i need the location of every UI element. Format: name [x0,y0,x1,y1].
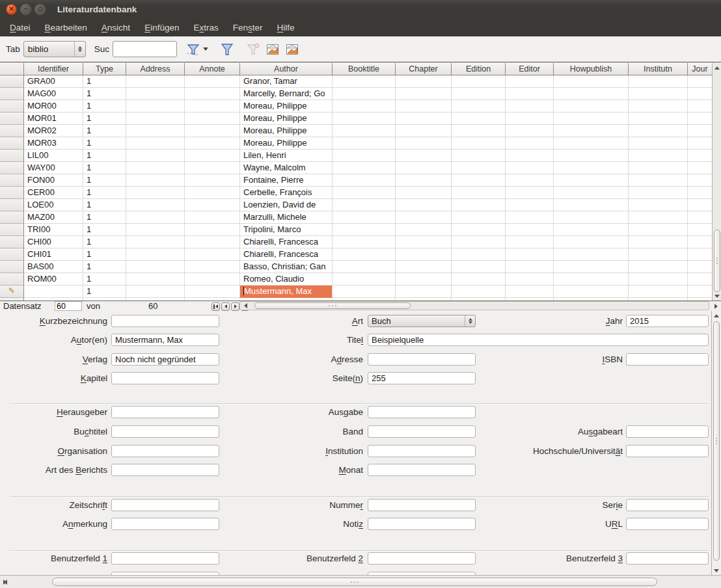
cell-institutn[interactable] [629,174,688,187]
cell-institutn[interactable] [629,137,688,150]
cell-address[interactable] [126,261,185,273]
row-selector[interactable] [0,174,24,187]
cell-institutn[interactable] [629,162,688,174]
cell-howpublish[interactable] [554,100,629,113]
record-number-input[interactable] [55,301,82,311]
field-serie-input[interactable] [626,499,709,511]
cell-identifier[interactable]: MOR01 [24,113,83,125]
cell-author[interactable]: Loenzien, David de [240,199,333,211]
field-jahr-input[interactable] [626,315,709,327]
cell-edition[interactable] [452,174,506,187]
cell-jour[interactable] [688,88,712,100]
cell-jour[interactable] [688,236,712,248]
cell-annote[interactable] [185,236,240,248]
cell-address[interactable] [126,273,185,286]
cell-edition[interactable] [452,286,506,298]
cell-chapter[interactable] [396,162,452,174]
cell-address[interactable] [126,75,185,88]
cell-institutn[interactable] [629,113,688,125]
cell-type[interactable]: 1 [83,248,126,261]
cell-editor[interactable] [506,236,554,248]
column-header-institutn[interactable]: Institutn [629,63,688,75]
close-icon[interactable]: ✕ [6,4,17,15]
cell-identifier[interactable]: MAZ00 [24,211,83,224]
menu-item-datei[interactable]: Datei [3,20,38,35]
cell-howpublish[interactable] [554,162,629,174]
minimize-icon[interactable]: − [20,4,31,15]
cell-identifier[interactable]: MOR03 [24,137,83,150]
cell-author[interactable]: Mustermann, Max [240,286,333,298]
cell-address[interactable] [126,125,185,137]
cell-edition[interactable] [452,248,506,261]
scroll-up-icon[interactable] [713,63,721,72]
maximize-icon[interactable] [34,4,46,15]
cell-identifier[interactable]: LOE00 [24,199,83,211]
cell-booktitle[interactable] [333,199,396,211]
pencil-edit-icon[interactable]: ✎ [0,286,24,298]
grid-vscroll-thumb[interactable] [714,230,720,292]
row-selector[interactable] [0,137,24,150]
cell-author[interactable]: Granor, Tamar [240,75,333,88]
cell-annote[interactable] [185,261,240,273]
cell-author[interactable]: Basso, Christian; Gan [240,261,333,273]
cell-type[interactable]: 1 [83,137,126,150]
cell-chapter[interactable] [396,248,452,261]
cell-annote[interactable] [185,100,240,113]
cell-chapter[interactable] [396,88,452,100]
row-selector[interactable] [0,150,24,162]
menu-item-bearbeiten[interactable]: Bearbeiten [38,20,94,35]
cell-annote[interactable] [185,248,240,261]
grid-hscroll-thumb[interactable] [254,302,411,309]
cell-annote[interactable] [185,125,240,137]
cell-address[interactable] [126,150,185,162]
cell-institutn[interactable] [629,236,688,248]
cell-type[interactable]: 1 [83,236,126,248]
cell-identifier[interactable]: MOR00 [24,100,83,113]
cell-institutn[interactable] [629,187,688,199]
cell-jour[interactable] [688,248,712,261]
cell-chapter[interactable] [396,187,452,199]
column-header-editor[interactable]: Editor [506,63,554,75]
cell-type[interactable]: 1 [83,273,126,286]
cell-jour[interactable] [688,150,712,162]
cell-howpublish[interactable] [554,125,629,137]
grid-horizontal-scrollbar[interactable] [239,301,709,310]
column-header-type[interactable]: Type [83,63,126,75]
cell-author[interactable]: Wayne, Malcolm [240,162,333,174]
grid-vertical-scrollbar[interactable] [712,63,721,301]
cell-editor[interactable] [506,286,554,298]
cell-howpublish[interactable] [554,211,629,224]
cell-type[interactable]: 1 [83,187,126,199]
cell-institutn[interactable] [629,211,688,224]
cell-address[interactable] [126,236,185,248]
cell-institutn[interactable] [629,88,688,100]
column-header-howpublish[interactable]: Howpublish [554,63,629,75]
column-header-chapter[interactable]: Chapter [396,63,452,75]
cell-howpublish[interactable] [554,224,629,236]
data-source-icon[interactable] [284,41,301,58]
cell-type[interactable]: 1 [83,261,126,273]
cell-editor[interactable] [506,224,554,236]
cell-type[interactable]: 1 [83,75,126,88]
field-titel-input[interactable] [368,334,709,346]
cell-jour[interactable] [688,286,712,298]
cell-chapter[interactable] [396,125,452,137]
cell-author[interactable]: Moreau, Philippe [240,113,333,125]
cell-booktitle[interactable] [333,137,396,150]
cell-booktitle[interactable] [333,75,396,88]
cell-editor[interactable] [506,162,554,174]
cell-institutn[interactable] [629,261,688,273]
cell-howpublish[interactable] [554,187,629,199]
cell-type[interactable]: 1 [83,150,126,162]
menu-item-fenster[interactable]: Fenster [226,20,270,35]
cell-jour[interactable] [688,100,712,113]
field-seiten-input[interactable] [368,372,476,384]
cell-howpublish[interactable] [554,75,629,88]
cell-booktitle[interactable] [333,150,396,162]
cell-chapter[interactable] [396,211,452,224]
column-header-author[interactable]: Author [240,63,333,75]
cell-booktitle[interactable] [333,100,396,113]
cell-institutn[interactable] [629,248,688,261]
cell-institutn[interactable] [629,150,688,162]
field-isbn-input[interactable] [626,353,709,366]
